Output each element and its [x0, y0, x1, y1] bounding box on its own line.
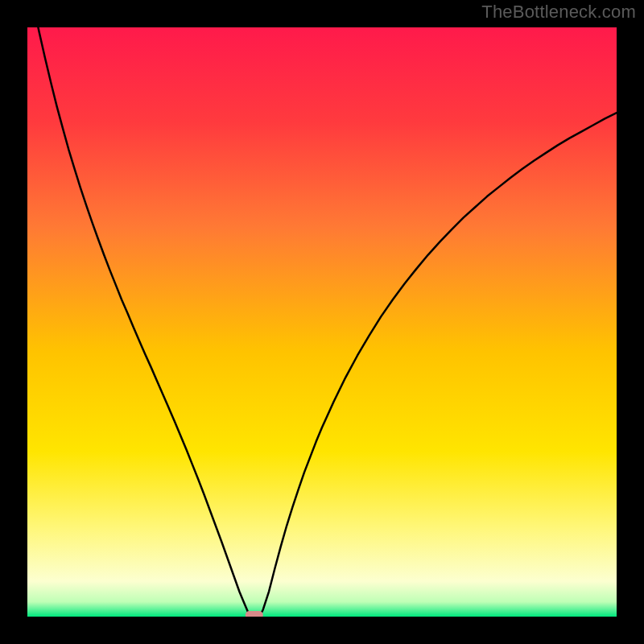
- chart-marker: [246, 611, 263, 617]
- chart-frame: TheBottleneck.com: [0, 0, 644, 644]
- chart-svg: [27, 27, 617, 617]
- chart-plot-area: [27, 27, 617, 617]
- chart-background: [27, 27, 617, 617]
- watermark-text: TheBottleneck.com: [481, 2, 636, 23]
